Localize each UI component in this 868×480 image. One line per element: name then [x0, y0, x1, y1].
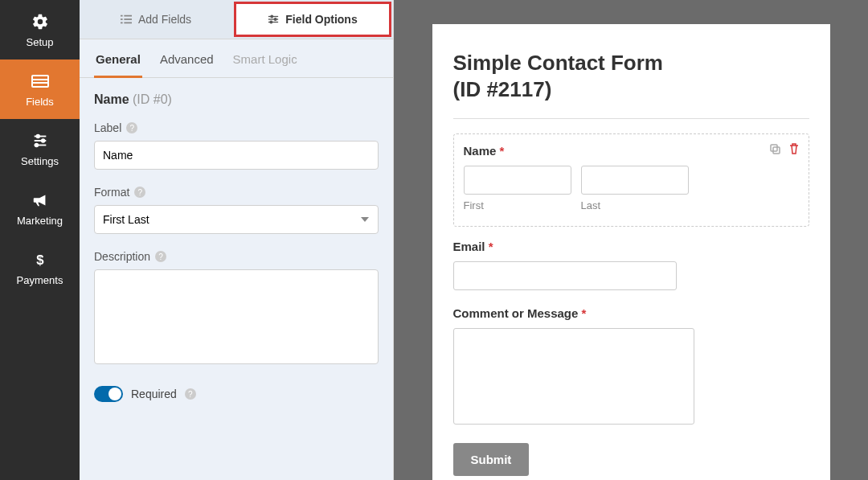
email-input[interactable] [453, 261, 677, 290]
svg-rect-22 [771, 145, 777, 151]
email-field-label: Email * [453, 240, 809, 253]
tab-add-fields[interactable]: Add Fields [80, 0, 232, 39]
duplicate-icon[interactable] [768, 142, 781, 155]
sidebar-item-fields[interactable]: Fields [0, 59, 80, 119]
label-input[interactable] [94, 141, 379, 170]
sidebar-label-setup: Setup [27, 36, 54, 48]
first-sublabel: First [464, 199, 571, 211]
first-name-input[interactable] [464, 166, 571, 195]
sidebar-label-payments: Payments [17, 274, 63, 286]
label-label: Label [94, 121, 121, 134]
svg-rect-0 [32, 76, 48, 87]
preview-area: Simple Contact Form (ID #2117) Name * Fi… [394, 0, 868, 480]
message-textarea[interactable] [453, 328, 694, 425]
description-label: Description [94, 250, 150, 263]
subtab-general[interactable]: General [94, 52, 142, 78]
svg-point-21 [270, 21, 272, 23]
sidebar-item-setup[interactable]: Setup [0, 0, 80, 59]
format-label: Format [94, 186, 129, 199]
form-title-line1: Simple Contact Form [453, 51, 663, 75]
divider [453, 118, 809, 119]
panel-top-tabs: Add Fields Field Options [80, 0, 393, 39]
svg-point-19 [275, 18, 277, 21]
field-heading-id: (ID #0) [133, 92, 172, 106]
required-toggle[interactable] [94, 386, 123, 402]
form-icon [31, 72, 50, 91]
sliders-icon [31, 131, 50, 150]
subtab-advanced[interactable]: Advanced [158, 52, 215, 77]
left-sidebar: Setup Fields Settings Marketing $ Paymen… [0, 0, 80, 480]
options-panel: Add Fields Field Options General Advance… [80, 0, 394, 480]
svg-rect-10 [121, 15, 123, 17]
field-name-block[interactable]: Name * First Last [453, 133, 809, 227]
description-textarea[interactable] [94, 269, 379, 364]
submit-button[interactable]: Submit [453, 443, 530, 476]
panel-body: Name (ID #0) Label ? Format ? First Last [80, 78, 393, 480]
help-icon[interactable]: ? [155, 251, 166, 262]
sidebar-label-marketing: Marketing [17, 215, 63, 227]
field-heading: Name (ID #0) [94, 92, 379, 107]
help-icon[interactable]: ? [126, 122, 137, 133]
format-select[interactable]: First Last [94, 205, 379, 234]
field-email-block[interactable]: Email * [453, 240, 809, 290]
form-title: Simple Contact Form (ID #2117) [453, 50, 809, 102]
sidebar-label-fields: Fields [26, 96, 54, 108]
svg-point-17 [271, 15, 273, 18]
last-sublabel: Last [581, 199, 689, 211]
svg-rect-23 [773, 147, 780, 154]
svg-rect-12 [121, 18, 123, 20]
required-asterisk: * [500, 144, 505, 158]
svg-point-6 [41, 139, 44, 142]
required-label: Required [131, 388, 177, 400]
subtab-smart-logic[interactable]: Smart Logic [231, 52, 299, 77]
sliders-small-icon [268, 14, 279, 25]
gear-icon [31, 12, 50, 31]
svg-rect-13 [124, 18, 132, 20]
sidebar-label-settings: Settings [21, 155, 59, 167]
field-heading-name: Name [94, 92, 129, 106]
sidebar-item-payments[interactable]: $ Payments [0, 238, 80, 297]
svg-rect-14 [121, 23, 123, 24]
message-field-label: Comment or Message * [453, 306, 809, 320]
required-asterisk: * [582, 306, 587, 320]
trash-icon[interactable] [788, 142, 800, 155]
svg-rect-11 [124, 15, 132, 17]
svg-point-8 [35, 143, 38, 146]
sidebar-item-marketing[interactable]: Marketing [0, 178, 80, 238]
form-preview: Simple Contact Form (ID #2117) Name * Fi… [432, 24, 830, 480]
help-icon[interactable]: ? [185, 388, 196, 400]
form-title-line2: (ID #2117) [453, 77, 552, 101]
help-icon[interactable]: ? [134, 187, 145, 198]
tab-field-options-label: Field Options [285, 13, 357, 26]
list-icon [121, 14, 132, 25]
tab-add-fields-label: Add Fields [138, 13, 191, 26]
panel-sub-tabs: General Advanced Smart Logic [80, 39, 393, 78]
required-asterisk: * [489, 240, 493, 253]
dollar-icon: $ [31, 250, 50, 269]
sidebar-item-settings[interactable]: Settings [0, 119, 80, 178]
svg-point-4 [36, 134, 39, 137]
name-field-label: Name * [464, 144, 799, 158]
field-message-block[interactable]: Comment or Message * [453, 306, 809, 427]
svg-rect-15 [124, 23, 132, 24]
last-name-input[interactable] [581, 166, 689, 195]
svg-text:$: $ [36, 252, 44, 267]
bullhorn-icon [31, 191, 50, 210]
tab-field-options[interactable]: Field Options [234, 2, 391, 37]
